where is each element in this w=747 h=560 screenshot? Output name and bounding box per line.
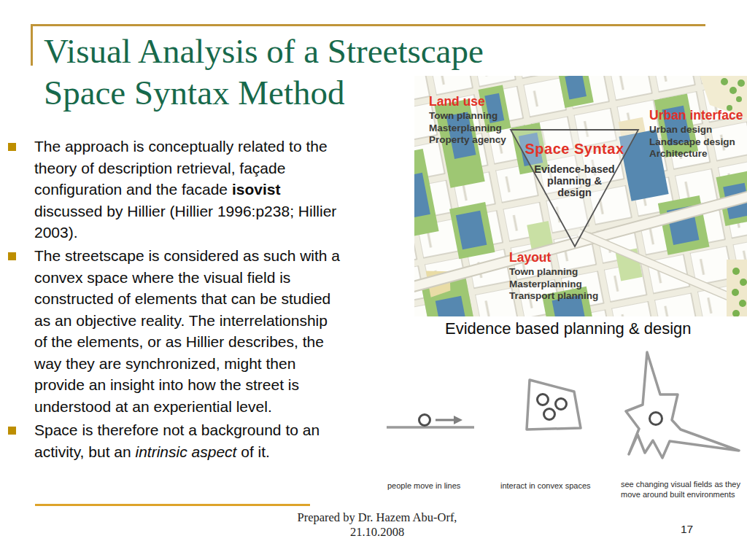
bullet-square-icon (8, 427, 16, 435)
line-movement-figure (387, 415, 474, 428)
bullet-square-icon (8, 143, 16, 151)
figure-label-convex: interact in convex spaces (500, 481, 591, 491)
convex-space-figure (527, 380, 581, 429)
space-syntax-title: Space Syntax (514, 141, 635, 157)
bullet-square-icon (8, 252, 16, 260)
title-left-rule (31, 24, 33, 66)
bullet-1-text: The approach is conceptually related to … (34, 138, 328, 198)
concept-figures-graphic (372, 343, 747, 485)
map-caption: Evidence based planning & design (445, 319, 692, 338)
map-label-space-syntax: Space Syntax Evidence-based planning & d… (514, 141, 635, 198)
map-label-urban-interface: Urban interface Urban design Landscape d… (649, 109, 743, 160)
urban-interface-title: Urban interface (649, 109, 743, 122)
bullet-item-2: The streetscape is considered as such wi… (34, 245, 402, 417)
urban-interface-sublabels: Urban design Landscape design Architectu… (649, 124, 743, 160)
visual-field-star-figure (626, 352, 739, 458)
figure-label-lines: people move in lines (387, 481, 460, 491)
bullet-1-text-end: discussed by Hillier (Hillier 1996:p238;… (34, 203, 336, 241)
bullet-1-bold-term: isovist (232, 181, 281, 198)
bullet-3-italic-term: intrinsic aspect (136, 443, 237, 460)
space-syntax-map-image: Land use Town planning Masterplanning Pr… (414, 76, 747, 316)
bullet-item-3: Space is therefore not a background to a… (34, 419, 402, 462)
footer-rule (35, 504, 310, 506)
presentation-slide: Visual Analysis of a Streetscape Space S… (0, 0, 747, 560)
land-use-sublabels: Town planning Masterplanning Property ag… (429, 110, 506, 147)
bullet-3-text-end: of it. (236, 443, 270, 460)
footer-credit: Prepared by Dr. Hazem Abu-Orf, 21.10.200… (290, 510, 464, 539)
map-label-land-use: Land use Town planning Masterplanning Pr… (429, 95, 506, 147)
space-syntax-sublabels: Evidence-based planning & design (514, 163, 635, 198)
figure-label-visual-fields: see changing visual fields as they move … (621, 480, 740, 499)
bullet-item-1: The approach is conceptually related to … (34, 136, 402, 244)
map-label-layout: Layout Town planning Masterplanning Tran… (509, 251, 598, 303)
land-use-title: Land use (429, 95, 506, 108)
layout-title: Layout (509, 251, 598, 264)
page-number: 17 (681, 523, 693, 536)
layout-sublabels: Town planning Masterplanning Transport p… (509, 266, 598, 303)
title-top-rule (31, 24, 705, 26)
